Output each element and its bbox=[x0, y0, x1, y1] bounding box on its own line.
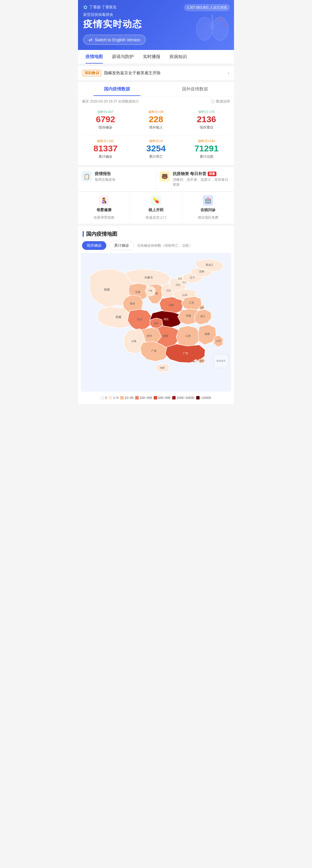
service-report-title: 疫情报告 bbox=[95, 171, 152, 177]
service-report-content: 疫情报告 每周五晚发布 bbox=[95, 171, 152, 182]
stat-value-2: 2136 bbox=[183, 115, 229, 124]
stat-change-0: 较昨日-647 bbox=[83, 110, 129, 114]
stat-change-1: 较昨日+39 bbox=[133, 110, 179, 114]
svg-text:台湾: 台湾 bbox=[216, 340, 221, 342]
service-report[interactable]: 📋 疫情报告 每周五晚发布 bbox=[78, 167, 156, 191]
svg-text:四川: 四川 bbox=[137, 318, 142, 321]
stat-total-deaths: 较昨日+4 3254 累计死亡 bbox=[131, 136, 181, 162]
svg-text:江西: 江西 bbox=[185, 335, 191, 337]
filter-cumulative-btn[interactable]: 累计确诊 bbox=[109, 241, 134, 250]
svg-text:广东: 广东 bbox=[183, 352, 188, 355]
svg-text:浙江: 浙江 bbox=[200, 315, 206, 318]
svg-point-2 bbox=[219, 17, 223, 21]
stat-value-5: 71291 bbox=[183, 144, 229, 153]
service-supplies[interactable]: 🐻 抗疫物资 每日补货 限量 消毒剂、洗手液、温度计，库存每日更新 bbox=[156, 167, 234, 191]
stat-label-5: 累计治愈 bbox=[183, 154, 229, 159]
service-badge: 限量 bbox=[208, 172, 216, 176]
logo-text: 丁香园·丁香医生 bbox=[89, 5, 117, 10]
service-report-desc: 每周五晚发布 bbox=[95, 177, 152, 182]
legend-color-4 bbox=[154, 396, 157, 400]
service-pharmacy-desc: 快递送货上门 bbox=[146, 215, 166, 220]
news-banner[interactable]: 深刻教训 隐瞒发热返京女子被美雇主开除 › bbox=[78, 66, 234, 80]
service-maternal-icon: 🤱 bbox=[99, 195, 109, 206]
svg-text:海南: 海南 bbox=[160, 367, 165, 369]
svg-text:甘肃: 甘肃 bbox=[135, 290, 141, 293]
service-supplies-icon: 🐻 bbox=[159, 171, 170, 182]
svg-text:贵州: 贵州 bbox=[147, 335, 152, 337]
legend-color-5 bbox=[172, 396, 176, 400]
service-maternal[interactable]: 🤱 母婴健康 在家孕育指南 bbox=[78, 192, 130, 224]
legend-color-0 bbox=[101, 396, 104, 400]
data-tabs: 国内疫情数据 国外疫情数据 bbox=[78, 82, 234, 96]
svg-text:澳门: 澳门 bbox=[193, 361, 196, 363]
timestamp-text: 截至 2020-03-20 16:37 全国数据统计 bbox=[82, 99, 139, 104]
service-maternal-title: 母婴健康 bbox=[96, 207, 112, 213]
stat-label-2: 现存重症 bbox=[183, 125, 229, 130]
map-title: 国内疫情地图 bbox=[86, 230, 117, 238]
svg-text:西藏: 西藏 bbox=[116, 315, 121, 319]
svg-text:宁夏: 宁夏 bbox=[148, 290, 152, 292]
stat-change-2: 较昨日-178 bbox=[183, 110, 229, 114]
legend-4: 500~999 bbox=[154, 396, 170, 400]
tab-domestic-data[interactable]: 国内疫情数据 bbox=[78, 82, 156, 96]
stats-grid: 较昨日-647 6792 现存确诊 较昨日+39 228 境外输入 较昨日-17… bbox=[78, 107, 234, 136]
news-text: 隐瞒发热返京女子被美雇主开除 bbox=[104, 70, 225, 76]
filter-current-btn[interactable]: 现存确诊 bbox=[82, 241, 106, 250]
svg-text:广西: 广西 bbox=[151, 349, 157, 352]
tab-rumors[interactable]: 辟谣与防护 bbox=[107, 50, 138, 64]
svg-text:云南: 云南 bbox=[131, 340, 136, 343]
svg-text:重庆: 重庆 bbox=[154, 322, 159, 325]
service-maternal-desc: 在家孕育指南 bbox=[94, 215, 115, 220]
svg-text:江苏: 江苏 bbox=[189, 301, 194, 304]
legend-2: 10~99 bbox=[120, 396, 133, 400]
service-pharmacy[interactable]: 💊 线上开药 快递送货上门 bbox=[130, 192, 182, 224]
switch-language-button[interactable]: ⇄ Switch to English Version bbox=[83, 35, 146, 45]
services-row2: 🤱 母婴健康 在家孕育指南 💊 线上开药 快递送货上门 🏥 在线问诊 湖北地区免… bbox=[78, 191, 234, 224]
svg-text:湖北: 湖北 bbox=[163, 318, 169, 321]
stat-total-recovered: 较昨日+744 71291 累计治愈 bbox=[181, 136, 232, 162]
tab-live-report[interactable]: 实时播报 bbox=[138, 50, 165, 64]
service-consult-icon: 🏥 bbox=[203, 195, 213, 206]
stat-current-confirmed: 较昨日-647 6792 现存确诊 bbox=[80, 107, 131, 133]
tab-overseas-data[interactable]: 国外疫情数据 bbox=[156, 82, 234, 96]
service-pharmacy-title: 线上开药 bbox=[149, 207, 163, 213]
service-consult[interactable]: 🏥 在线问诊 湖北地区免费 bbox=[182, 192, 234, 224]
stat-label-4: 累计死亡 bbox=[133, 154, 179, 159]
stat-label-1: 境外输入 bbox=[133, 125, 179, 130]
service-supplies-title: 抗疫物资 每日补货 限量 bbox=[173, 171, 230, 177]
data-timestamp-row: 截至 2020-03-20 16:37 全国数据统计 ? 数据说明 bbox=[78, 96, 234, 107]
svg-text:北京: 北京 bbox=[178, 278, 182, 280]
news-tag: 深刻教训 bbox=[83, 70, 101, 76]
svg-point-0 bbox=[196, 17, 213, 40]
svg-text:吉林: 吉林 bbox=[199, 270, 204, 273]
china-map-svg: 新疆 西藏 内蒙古 甘肃 青海 四川 陕西 山西 河北 bbox=[81, 253, 231, 392]
tab-epidemic-map[interactable]: 疫情地图 bbox=[81, 50, 107, 64]
service-report-icon: 📋 bbox=[82, 171, 92, 182]
filter-description: 当前确诊病例数（排除死亡、治愈） bbox=[137, 243, 192, 248]
services-section: 📋 疫情报告 每周五晚发布 🐻 抗疫物资 每日补货 限量 消毒剂、洗手液、温度计… bbox=[78, 167, 234, 224]
legend-color-1 bbox=[108, 396, 112, 400]
nav-tabs: 疫情地图 辟谣与防护 实时播报 疾病知识 bbox=[78, 50, 234, 64]
service-pharmacy-icon: 💊 bbox=[151, 195, 161, 206]
tab-disease-knowledge[interactable]: 疾病知识 bbox=[165, 50, 191, 64]
legend-color-3 bbox=[135, 396, 139, 400]
service-supplies-desc: 消毒剂、洗手液、温度计，库存每日更新 bbox=[173, 177, 230, 187]
stat-value-3: 81337 bbox=[83, 144, 129, 153]
legend-color-2 bbox=[120, 396, 124, 400]
legend-3: 100~499 bbox=[135, 396, 152, 400]
svg-text:内蒙古: 内蒙古 bbox=[145, 276, 153, 279]
service-consult-title: 在线问诊 bbox=[200, 207, 216, 213]
map-section: 国内疫情地图 现存确诊 累计确诊 当前确诊病例数（排除死亡、治愈） 新疆 西藏 … bbox=[78, 226, 234, 404]
data-note[interactable]: ? 数据说明 bbox=[211, 99, 230, 104]
svg-text:黑龙江: 黑龙江 bbox=[206, 264, 214, 266]
legend-1: 1~9 bbox=[108, 396, 119, 400]
map-legend: 0 1~9 10~99 100~499 500~999 1000~10000 >… bbox=[78, 393, 234, 400]
legend-color-6 bbox=[196, 396, 199, 400]
stat-label-0: 现存确诊 bbox=[83, 125, 129, 130]
stats-grid-2: 较昨日+101 81337 累计确诊 较昨日+4 3254 累计死亡 较昨日+7… bbox=[78, 136, 234, 165]
svg-text:山东: 山东 bbox=[182, 293, 187, 297]
stat-value-1: 228 bbox=[133, 115, 179, 124]
news-arrow-icon: › bbox=[228, 70, 229, 76]
svg-text:河南: 河南 bbox=[169, 304, 174, 307]
legend-6: >10000 bbox=[196, 396, 211, 400]
